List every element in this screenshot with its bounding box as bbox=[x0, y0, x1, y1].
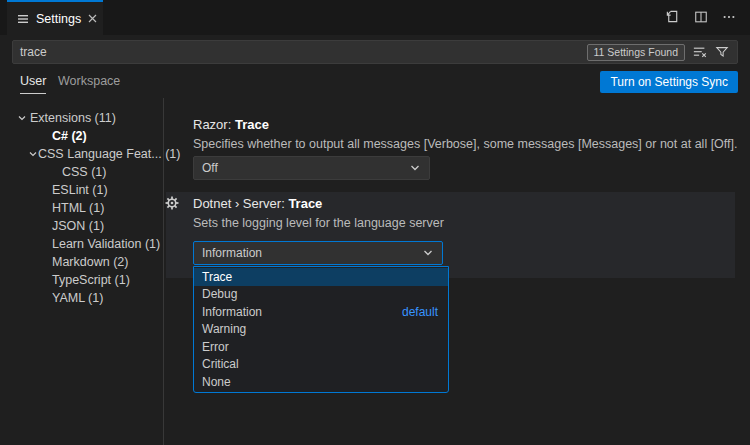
scope-tabs-row: User Workspace Turn on Settings Sync bbox=[0, 68, 750, 98]
more-actions-icon[interactable] bbox=[722, 10, 736, 24]
results-count-badge: 11 Settings Found bbox=[587, 44, 685, 61]
tab-workspace[interactable]: Workspace bbox=[58, 74, 120, 93]
turn-on-settings-sync-button[interactable]: Turn on Settings Sync bbox=[600, 71, 738, 93]
dropdown-option-critical[interactable]: Critical bbox=[194, 356, 448, 374]
default-value-label: default bbox=[402, 305, 438, 319]
toc-item-css[interactable]: CSS (1) bbox=[0, 163, 163, 181]
open-settings-json-icon[interactable] bbox=[665, 9, 680, 24]
toc-item-yaml[interactable]: YAML (1) bbox=[0, 289, 163, 307]
dropdown-option-none[interactable]: None bbox=[194, 373, 448, 391]
toc-item-typescript[interactable]: TypeScript (1) bbox=[0, 271, 163, 289]
dotnet-server-trace-select[interactable]: Information bbox=[193, 241, 443, 265]
split-editor-icon[interactable] bbox=[694, 10, 708, 24]
tab-user[interactable]: User bbox=[20, 74, 46, 94]
dropdown-option-error[interactable]: Error bbox=[194, 338, 448, 356]
settings-list-icon bbox=[17, 13, 29, 25]
chevron-down-icon bbox=[409, 162, 421, 174]
chevron-down-icon bbox=[28, 149, 38, 159]
toc-item-csharp[interactable]: C# (2) bbox=[0, 127, 163, 145]
close-icon[interactable] bbox=[88, 14, 97, 23]
toc-item-extensions[interactable]: Extensions (11) bbox=[0, 109, 163, 127]
settings-toc: Extensions (11) C# (2) CSS Language Feat… bbox=[0, 98, 163, 445]
setting-title-razor-trace: Razor: Trace bbox=[193, 117, 269, 132]
setting-description-razor-trace: Specifies whether to output all messages… bbox=[193, 137, 738, 151]
log-level-dropdown-list: Trace Debug Information default Warning … bbox=[193, 266, 449, 393]
setting-title-dotnet-server-trace: Dotnet › Server: Trace bbox=[193, 196, 322, 211]
dropdown-option-warning[interactable]: Warning bbox=[194, 321, 448, 339]
clear-search-results-icon[interactable] bbox=[693, 45, 707, 59]
chevron-down-icon bbox=[14, 113, 30, 123]
settings-search-input[interactable]: trace 11 Settings Found bbox=[12, 40, 738, 64]
setting-description-dotnet-server-trace: Sets the logging level for the language … bbox=[193, 216, 444, 230]
toc-item-css-language-features[interactable]: CSS Language Feat... (1) bbox=[0, 145, 163, 163]
dropdown-option-trace[interactable]: Trace bbox=[194, 268, 448, 286]
editor-actions bbox=[665, 9, 736, 24]
toc-item-markdown[interactable]: Markdown (2) bbox=[0, 253, 163, 271]
gear-icon[interactable] bbox=[165, 196, 179, 210]
chevron-down-icon bbox=[422, 247, 434, 259]
tab-settings[interactable]: Settings bbox=[7, 0, 103, 35]
dropdown-option-debug[interactable]: Debug bbox=[194, 286, 448, 304]
toc-item-json[interactable]: JSON (1) bbox=[0, 217, 163, 235]
search-query-text: trace bbox=[13, 45, 587, 59]
toc-item-html[interactable]: HTML (1) bbox=[0, 199, 163, 217]
toc-item-learn-validation[interactable]: Learn Validation (1) bbox=[0, 235, 163, 253]
filter-icon[interactable] bbox=[715, 45, 729, 59]
toc-item-eslint[interactable]: ESLint (1) bbox=[0, 181, 163, 199]
toc-splitter[interactable] bbox=[163, 98, 164, 445]
tab-title: Settings bbox=[36, 12, 81, 26]
dropdown-option-information[interactable]: Information default bbox=[194, 303, 448, 321]
razor-trace-select[interactable]: Off bbox=[193, 156, 430, 180]
tab-bar: Settings bbox=[0, 0, 750, 35]
